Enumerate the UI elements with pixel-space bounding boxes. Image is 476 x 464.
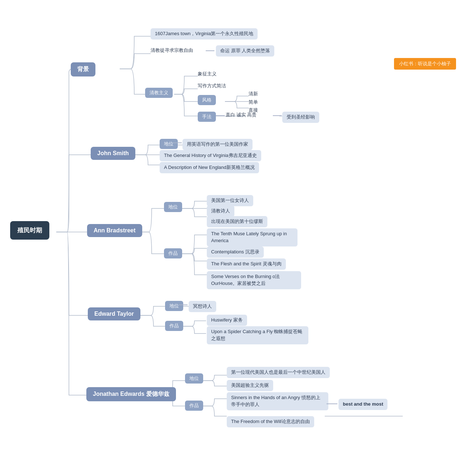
badge: 小红书：听说是个小柚子 [394,58,456,70]
leaf-puritan-freedom: 清教徒寻求宗教自由 [151,47,193,54]
connector-dash [206,50,214,51]
leaf-first-american-writer: 用英语写作的第一位美国作家 [182,139,253,150]
leaf-description-england: A Description of New England新英格兰概况 [160,162,259,173]
sub-technique: 手法 [198,112,216,122]
sub-puritanism: 清教主义 [145,88,173,98]
leaf-tenth-muse-position: 出现在美国的第十位缪斯 [207,216,267,227]
mind-map-page: { "root": { "label": "殖民时期" }, "badge": … [0,0,476,464]
connector-smith-pos [173,142,182,143]
sub-style: 风格 [198,95,216,105]
section-ann-bradstreet: Ann Bradstreet [87,224,142,237]
section-john-smith: John Smith [91,147,135,160]
sub-position-edward: 地位 [165,301,183,311]
leaf-some-verses: Some Verses on the Burning o法OurHouse。家居… [207,271,301,289]
leaf-spider-fly: Upon a Spider Catching a Fly 蜘蛛捕捉苍蝇之遐想 [207,326,308,344]
root-node: 殖民时期 [10,221,49,240]
leaf-fresh: 清新 [249,91,258,97]
leaf-puritan-poet: 清教诗人 [207,206,234,217]
leaf-bible-influence: 受到圣经影响 [282,112,319,123]
leaf-sinners: Sinners in the Hands of an Angry 愤怒的上帝手中… [227,392,328,410]
leaf-freedom-will: The Freedom of the Will论意志的自由 [227,416,314,427]
leaf-flesh-spirit: The Flesh and the Spirit 灵魂与肉 [207,258,286,270]
leaf-symbolism: 象征主义 [198,71,217,77]
section-jonathan-edwards: Jonathan Edwards 爱德华兹 [86,387,176,401]
leaf-contemplations: Contemplations 沉思录 [207,246,264,258]
sub-position-smith: 地位 [160,139,178,149]
connector-edward-pos [179,304,188,305]
leaf-meditation-poet: 冥想诗人 [189,301,216,312]
connector-best [327,403,337,404]
sub-works-ann: 作品 [164,248,182,258]
section-background: 背景 [71,62,95,76]
leaf-1607: 1607James town，Virginia第一个永久性殖民地 [151,28,258,40]
sub-works-edward: 作品 [165,321,183,331]
section-edward-taylor: Edward Taylor [88,307,140,320]
connector-h [216,115,225,116]
leaf-simple-writing: 写作方式简洁 [198,83,226,89]
sub-works-jonathan: 作品 [185,401,203,411]
leaf-transcendentalism-pioneer: 美国超验主义先驱 [227,380,273,391]
leaf-destiny: 命运 原罪 人类全然堕落 [216,45,274,57]
connector-h2 [273,115,282,116]
leaf-general-history: The General History of Virginia弗吉尼亚通史 [160,150,261,161]
leaf-first-female-poet: 美国第一位女诗人 [207,195,253,206]
leaf-tenth-muse-book: The Tenth Muse Lately Sprung up in Ameri… [207,228,298,246]
leaf-simple: 简单 [249,99,258,105]
leaf-huswifery: Huswifery 家务 [207,315,247,326]
leaf-best-and-most: best and the most [338,399,387,410]
sub-position-jonathan: 地位 [185,373,203,384]
leaf-technique-detail: 直白 诚实 高贵 [226,112,257,118]
sub-position-ann: 地位 [164,202,182,212]
leaf-first-modern-american: 第一位现代美国人也是最后一个中世纪美国人 [227,367,330,378]
